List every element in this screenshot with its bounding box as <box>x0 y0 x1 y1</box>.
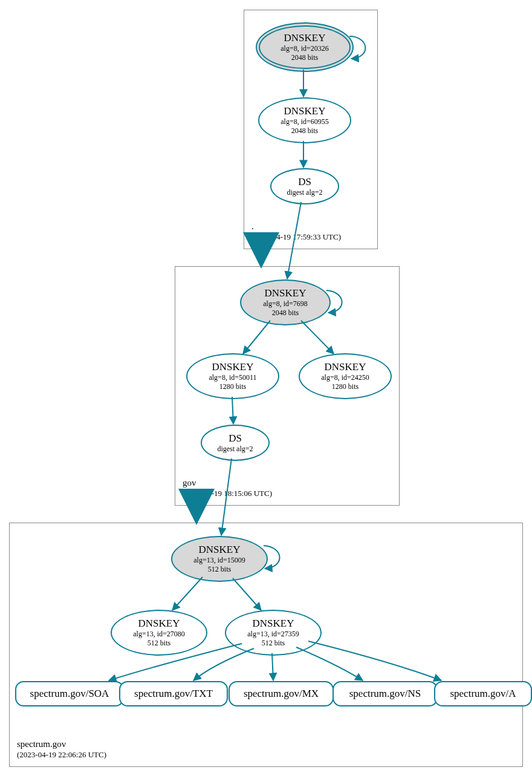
node-title: DNSKEY <box>138 618 180 630</box>
rr-mx: spectrum.gov/MX <box>229 681 334 706</box>
node-bits: 512 bits <box>148 639 170 648</box>
node-bits: 512 bits <box>262 639 285 648</box>
node-bits: 512 bits <box>208 565 231 574</box>
zone-root-timestamp: (2023-04-19 17:59:33 UTC) <box>251 232 341 243</box>
node-title: DNSKEY <box>212 361 254 373</box>
root-ksk-dnskey: DNSKEY alg=8, id=20326 2048 bits <box>256 22 354 72</box>
node-alg: alg=8, id=60955 <box>281 117 329 126</box>
node-title: DS <box>229 432 242 445</box>
node-alg: digest alg=2 <box>287 188 322 197</box>
rr-soa: spectrum.gov/SOA <box>15 681 124 706</box>
zone-spectrum-name: spectrum.gov <box>17 739 106 751</box>
node-alg: alg=13, id=15009 <box>193 556 245 565</box>
node-title: DNSKEY <box>265 287 307 299</box>
node-title: DS <box>298 176 311 188</box>
node-title: DNSKEY <box>284 32 326 44</box>
node-alg: alg=13, id=27080 <box>133 630 185 639</box>
gov-ds: DS digest alg=2 <box>201 425 270 461</box>
gov-zsk1-dnskey: DNSKEY alg=8, id=50011 1280 bits <box>186 353 279 399</box>
node-alg: alg=8, id=50011 <box>209 373 256 382</box>
node-alg: alg=8, id=24250 <box>321 373 369 382</box>
node-bits: 2048 bits <box>272 308 299 318</box>
node-title: DNSKEY <box>253 618 294 630</box>
node-bits: 1280 bits <box>219 382 246 391</box>
rr-ns: spectrum.gov/NS <box>332 681 438 706</box>
node-bits: 2048 bits <box>291 126 318 135</box>
node-alg: digest alg=2 <box>217 445 253 454</box>
zone-root-name: . <box>251 221 341 233</box>
node-bits: 1280 bits <box>332 382 358 391</box>
gov-zsk2-dnskey: DNSKEY alg=8, id=24250 1280 bits <box>299 353 392 399</box>
spectrum-ksk-dnskey: DNSKEY alg=13, id=15009 512 bits <box>171 536 268 582</box>
node-title: DNSKEY <box>325 361 366 373</box>
node-alg: alg=8, id=7698 <box>263 299 308 308</box>
gov-ksk-dnskey: DNSKEY alg=8, id=7698 2048 bits <box>240 279 331 325</box>
spectrum-zsk2-dnskey: DNSKEY alg=13, id=27359 512 bits <box>225 610 322 656</box>
rr-txt: spectrum.gov/TXT <box>119 681 228 706</box>
zone-spectrum-timestamp: (2023-04-19 22:06:26 UTC) <box>17 750 106 760</box>
node-title: DNSKEY <box>199 544 241 556</box>
root-zsk-dnskey: DNSKEY alg=8, id=60955 2048 bits <box>258 97 351 143</box>
root-ds: DS digest alg=2 <box>270 168 339 204</box>
spectrum-zsk1-dnskey: DNSKEY alg=13, id=27080 512 bits <box>111 610 207 656</box>
node-bits: 2048 bits <box>291 53 318 62</box>
node-alg: alg=13, id=27359 <box>247 630 299 639</box>
node-title: DNSKEY <box>284 105 326 117</box>
rr-a: spectrum.gov/A <box>434 681 532 706</box>
zone-gov-timestamp: (2023-04-19 18:15:06 UTC) <box>183 489 272 499</box>
zone-gov-name: gov <box>183 477 272 489</box>
node-alg: alg=8, id=20326 <box>281 44 329 53</box>
